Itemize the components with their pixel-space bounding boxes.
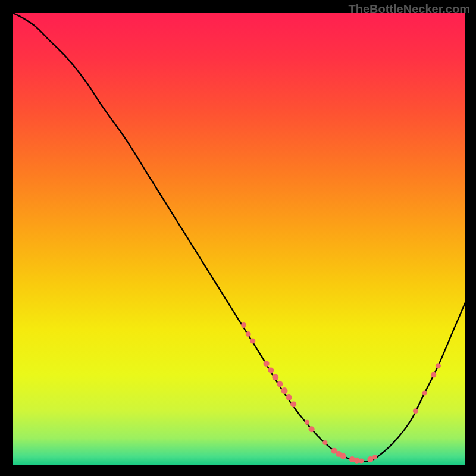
chart-canvas: TheBottleNecker.com	[0, 0, 476, 476]
data-marker	[277, 381, 283, 387]
data-marker	[354, 458, 360, 464]
data-marker	[268, 367, 274, 373]
chart-curve-layer	[13, 13, 465, 465]
data-marker	[367, 456, 373, 462]
data-marker	[431, 372, 436, 378]
data-marker	[305, 420, 309, 425]
data-marker	[413, 408, 418, 414]
watermark-label: TheBottleNecker.com	[348, 2, 470, 16]
data-marker	[340, 453, 346, 459]
data-marker	[436, 363, 441, 368]
data-marker	[264, 361, 270, 367]
data-markers-group	[241, 322, 441, 464]
data-marker	[272, 374, 278, 380]
data-marker	[290, 401, 296, 407]
data-marker	[422, 390, 427, 395]
data-marker	[246, 331, 251, 337]
bottleneck-curve-line	[13, 13, 465, 462]
data-marker	[322, 440, 327, 445]
data-marker	[359, 458, 364, 463]
data-marker	[309, 426, 315, 432]
data-marker	[241, 322, 246, 328]
data-marker	[286, 394, 292, 400]
plot-area	[13, 13, 465, 465]
data-marker	[281, 387, 288, 394]
data-marker	[372, 455, 377, 459]
data-marker	[250, 339, 255, 344]
